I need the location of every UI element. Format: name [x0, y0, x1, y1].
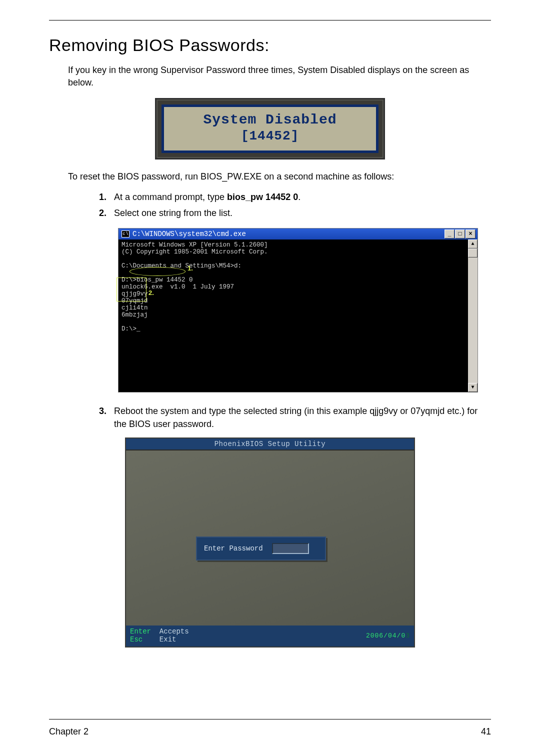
callout-label-1: 1.	[188, 265, 193, 272]
step1-suffix: .	[298, 192, 300, 202]
cmd-titlebar: c∖ C:\WINDOWS\system32\cmd.exe _ □ ×	[118, 228, 478, 240]
steps-list-cont: Reboot the system and type the selected …	[49, 404, 491, 430]
step-2: Select one string from the list.	[109, 206, 491, 221]
callout-box-2	[116, 278, 146, 302]
window-controls: _ □ ×	[444, 230, 476, 238]
page-title: Removing BIOS Passwords:	[49, 36, 491, 55]
intro-paragraph: If you key in the wrong Supervisor Passw…	[49, 64, 491, 89]
bios-title: PhoenixBIOS Setup Utility	[126, 438, 414, 450]
step-1: At a command prompt, type bios_pw 14452 …	[109, 190, 491, 205]
bios-key-enter: Enter	[130, 628, 151, 636]
scroll-down-icon[interactable]: ▼	[468, 383, 478, 392]
bios-date-b: 3	[406, 632, 410, 640]
cmd-icon: c∖	[122, 230, 130, 238]
cmd-line: D:\>_	[122, 326, 140, 332]
cmd-body-wrap: Microsoft Windows XP [Version 5.1.2600] …	[118, 240, 478, 392]
cmd-window: c∖ C:\WINDOWS\system32\cmd.exe _ □ × Mic…	[118, 228, 478, 392]
cmd-title-text: C:\WINDOWS\system32\cmd.exe	[132, 230, 246, 238]
callout-ellipse-1	[130, 267, 186, 276]
bottom-rule	[49, 719, 491, 720]
cmd-line: (C) Copyright 1985-2001 Microsoft Corp.	[122, 248, 268, 256]
callout-label-2: 2.	[148, 290, 154, 297]
cmd-line: Microsoft Windows XP [Version 5.1.2600]	[122, 242, 268, 248]
intro2-paragraph: To reset the BIOS password, run BIOS_PW.…	[49, 170, 491, 183]
footer-page-number: 41	[481, 726, 491, 737]
bios-date-a: 2006/04/0	[366, 632, 406, 640]
page-footer: Chapter 2 41	[49, 719, 491, 737]
cmd-body: Microsoft Windows XP [Version 5.1.2600] …	[118, 240, 468, 392]
system-disabled-line2: [14452]	[164, 128, 376, 144]
close-button[interactable]: ×	[466, 230, 476, 238]
scroll-thumb[interactable]	[468, 248, 478, 258]
bios-password-dialog: Enter Password	[196, 536, 326, 560]
minimize-button[interactable]: _	[444, 230, 454, 238]
steps-list: At a command prompt, type bios_pw 14452 …	[49, 190, 491, 221]
bios-footer: Enter Accepts Esc Exit 2006/04/03	[126, 626, 414, 646]
step1-prefix: At a command prompt, type	[114, 192, 227, 202]
bios-figure: PhoenixBIOS Setup Utility Enter Password…	[125, 438, 415, 648]
bios-date: 2006/04/03	[366, 632, 410, 640]
bios-action-accepts: Accepts	[160, 628, 189, 636]
top-rule	[49, 20, 491, 20]
system-disabled-box: System Disabled [14452]	[162, 104, 378, 153]
step1-command: bios_pw 14452 0	[227, 192, 298, 202]
bios-password-label: Enter Password	[204, 544, 263, 552]
footer-row: Chapter 2 41	[49, 726, 491, 737]
scroll-track[interactable]	[468, 258, 478, 383]
cmd-scrollbar[interactable]: ▲ ▼	[468, 240, 478, 392]
cmd-line: cjli4tn	[122, 304, 148, 312]
cmd-line: 6mbzjaj	[122, 312, 148, 318]
system-disabled-figure: System Disabled [14452]	[155, 98, 385, 160]
bios-password-field[interactable]	[272, 543, 309, 554]
footer-chapter: Chapter 2	[49, 726, 88, 737]
cmd-title-left: c∖ C:\WINDOWS\system32\cmd.exe	[122, 230, 246, 238]
maximize-button[interactable]: □	[455, 230, 465, 238]
bios-footer-keys: Enter Accepts Esc Exit	[130, 628, 189, 644]
bios-action-exit: Exit	[160, 636, 176, 644]
scroll-up-icon[interactable]: ▲	[468, 240, 478, 248]
bios-key-esc: Esc	[130, 636, 142, 644]
document-page: Removing BIOS Passwords: If you key in t…	[0, 0, 540, 756]
step-3: Reboot the system and type the selected …	[109, 404, 491, 430]
bios-body: Enter Password	[126, 450, 414, 626]
system-disabled-line1: System Disabled	[164, 112, 376, 128]
